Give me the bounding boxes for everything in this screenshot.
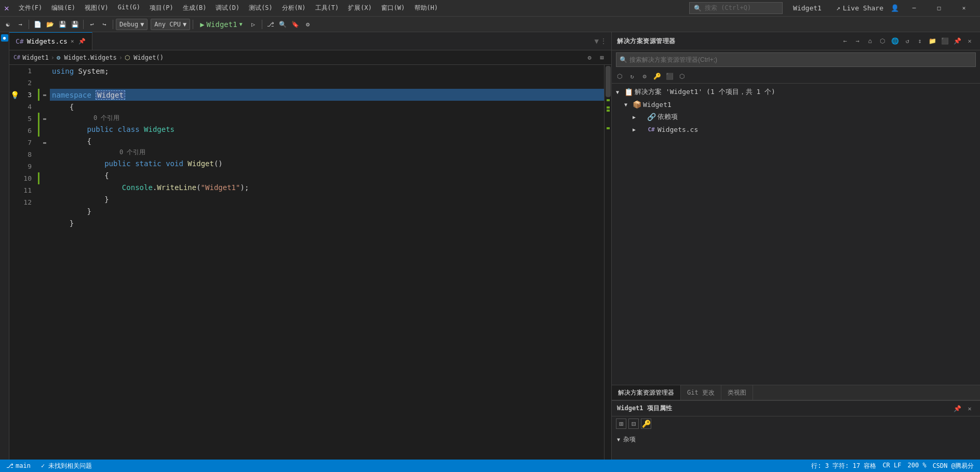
dep-arrow: ▶ xyxy=(633,114,639,120)
menu-file[interactable]: 文件(F) xyxy=(15,3,47,14)
menu-extensions[interactable]: 扩展(X) xyxy=(344,3,376,14)
breadcrumb-method[interactable]: ⬡ Widget() xyxy=(125,54,164,61)
se-tb-btn6[interactable]: ⬡ xyxy=(676,71,688,82)
debug-config-dropdown[interactable]: Debug ▼ xyxy=(116,19,147,30)
se-collapse-btn[interactable]: ↕ xyxy=(915,36,925,46)
tab-git-changes[interactable]: Git 更改 xyxy=(681,385,721,400)
menu-git[interactable]: Git(G) xyxy=(114,3,144,14)
prop-pin-btn[interactable]: 📌 xyxy=(952,403,962,414)
solution-node[interactable]: ▼ 📋 解决方案 'Widget1' (1 个项目，共 1 个) xyxy=(612,86,980,98)
se-pin-btn[interactable]: 📌 xyxy=(952,36,962,46)
se-tb-btn4[interactable]: 🔑 xyxy=(651,71,663,82)
code-content[interactable]: using System; namespace Widget { 0 xyxy=(50,65,604,463)
prop-section-arrow[interactable]: ▼ xyxy=(617,437,620,442)
prop-tb-2[interactable]: ⊟ xyxy=(628,419,639,429)
status-git[interactable]: ⎇ main xyxy=(4,460,33,472)
lightbulb-icon[interactable]: 💡 xyxy=(10,91,19,99)
prop-close-btn[interactable]: ✕ xyxy=(964,403,975,414)
se-tb-btn5[interactable]: ⬛ xyxy=(664,71,675,82)
se-more-btn[interactable]: ⬛ xyxy=(939,36,950,46)
tab-class-view[interactable]: 类视图 xyxy=(721,385,753,400)
se-globe-btn[interactable]: 🌐 xyxy=(890,36,900,46)
find-btn[interactable]: 🔍 xyxy=(277,19,289,30)
scroll-thumb[interactable] xyxy=(606,66,611,97)
project-node[interactable]: ▼ 📦 Widget1 xyxy=(612,98,980,111)
se-sync-btn[interactable]: ⬡ xyxy=(877,36,888,46)
editor-tab-widgets[interactable]: C# Widgets.cs × 📌 xyxy=(9,32,92,50)
restore-button[interactable]: □ xyxy=(927,0,951,17)
status-encoding[interactable]: CR LF xyxy=(880,462,903,469)
dependencies-node[interactable]: ▶ 🔗 依赖项 xyxy=(612,111,980,123)
code-line-10: } xyxy=(50,193,604,205)
properties-header: Widget1 项目属性 📌 ✕ xyxy=(612,401,980,416)
se-forward-btn[interactable]: → xyxy=(852,36,863,46)
prop-tb-3[interactable]: 🔑 xyxy=(641,419,651,429)
settings-btn[interactable]: ⚙ xyxy=(302,19,314,30)
bookmark-btn[interactable]: 🔖 xyxy=(290,19,301,30)
forward-button[interactable]: → xyxy=(15,19,26,30)
run-button[interactable]: ▶ Widget1 ▼ xyxy=(196,19,246,30)
se-search-bar[interactable]: 🔍 xyxy=(616,52,976,67)
breadcrumb-namespace[interactable]: ⚙ Widget.Widgets xyxy=(57,54,117,61)
open-btn[interactable]: 📂 xyxy=(44,19,56,30)
close-button[interactable]: ✕ xyxy=(952,0,976,17)
tab-close-btn[interactable]: × xyxy=(71,38,74,45)
se-refresh-btn[interactable]: ↺ xyxy=(902,36,912,46)
run-dropdown-icon: ▼ xyxy=(239,21,243,27)
status-zoom[interactable]: 200 % xyxy=(906,462,929,469)
live-share-button[interactable]: ↗ Live Share xyxy=(832,3,888,13)
search-icon: 🔍 xyxy=(694,5,702,12)
se-home-btn[interactable]: ⌂ xyxy=(865,36,875,46)
menu-window[interactable]: 窗口(W) xyxy=(377,3,409,14)
se-search-icon: 🔍 xyxy=(620,56,627,63)
breadcrumb-project[interactable]: Widget1 xyxy=(22,54,49,61)
status-csdn[interactable]: CSDN @腾易分 xyxy=(931,462,976,470)
collapse-7[interactable]: ▬ xyxy=(39,137,50,149)
menu-tools[interactable]: 工具(T) xyxy=(311,3,343,14)
menu-test[interactable]: 测试(S) xyxy=(245,3,277,14)
cpu-config-dropdown[interactable]: Any CPU ▼ xyxy=(151,19,190,30)
se-close-btn[interactable]: ✕ xyxy=(964,36,975,46)
menu-view[interactable]: 视图(V) xyxy=(80,3,113,14)
main-container: ● C# Widgets.cs × 📌 ▼ ⋮ C# Widget1 › ⚙ W… xyxy=(0,32,980,463)
menu-edit[interactable]: 编辑(E) xyxy=(47,3,79,14)
back-button[interactable]: ☯ xyxy=(2,19,14,30)
menu-help[interactable]: 帮助(H) xyxy=(410,3,442,14)
breakpoint-btn[interactable]: ● xyxy=(1,34,8,42)
git-btn[interactable]: ⎇ xyxy=(265,19,276,30)
profile-btn[interactable]: ▷ xyxy=(248,19,259,30)
collapse-3[interactable]: ▬ xyxy=(39,89,50,101)
undo-btn[interactable]: ↩ xyxy=(86,19,98,30)
tab-pin-icon[interactable]: 📌 xyxy=(78,38,86,45)
status-build[interactable]: ✓ 未找到相关问题 xyxy=(39,460,94,472)
menu-analyze[interactable]: 分析(N) xyxy=(278,3,310,14)
prop-tb-1[interactable]: ⊞ xyxy=(616,419,626,429)
breadcrumb-expand-btn[interactable]: ⊞ xyxy=(597,52,607,63)
method-icon: ⬡ xyxy=(125,54,130,61)
se-tb-btn2[interactable]: ↻ xyxy=(626,71,638,82)
search-box[interactable]: 🔍 搜索 (Ctrl+Q) xyxy=(689,2,783,14)
se-tb-btn3[interactable]: ⚙ xyxy=(639,71,650,82)
new-project-btn[interactable]: 📄 xyxy=(32,19,43,30)
se-back-btn[interactable]: ← xyxy=(840,36,850,46)
menu-debug[interactable]: 调试(D) xyxy=(211,3,244,14)
menu-build[interactable]: 生成(B) xyxy=(179,3,211,14)
collapse-5[interactable]: ▬ xyxy=(39,113,50,125)
split-editor-btn[interactable]: ⋮ xyxy=(600,37,607,45)
code-line-ref1: 0 个引用 xyxy=(50,113,604,123)
redo-btn[interactable]: ↪ xyxy=(99,19,110,30)
user-icon[interactable]: 👤 xyxy=(888,4,902,12)
minimize-button[interactable]: ─ xyxy=(902,0,926,17)
menu-project[interactable]: 项目(P) xyxy=(145,3,178,14)
save-all-btn[interactable]: 💾 xyxy=(69,19,80,30)
editor-scrollbar[interactable] xyxy=(604,65,611,463)
save-btn[interactable]: 💾 xyxy=(57,19,68,30)
status-line-info[interactable]: 行: 3 字符: 17 容格 xyxy=(809,462,878,470)
tab-list-btn[interactable]: ▼ xyxy=(595,37,599,45)
se-tb-btn1[interactable]: ⬡ xyxy=(614,71,625,82)
se-folder-btn[interactable]: 📁 xyxy=(927,36,937,46)
breadcrumb-settings-btn[interactable]: ⚙ xyxy=(584,52,595,63)
se-search-input[interactable] xyxy=(629,56,972,63)
tab-solution-explorer[interactable]: 解决方案资源管理器 xyxy=(612,385,681,400)
file-node[interactable]: ▶ C# Widgets.cs xyxy=(612,123,980,136)
